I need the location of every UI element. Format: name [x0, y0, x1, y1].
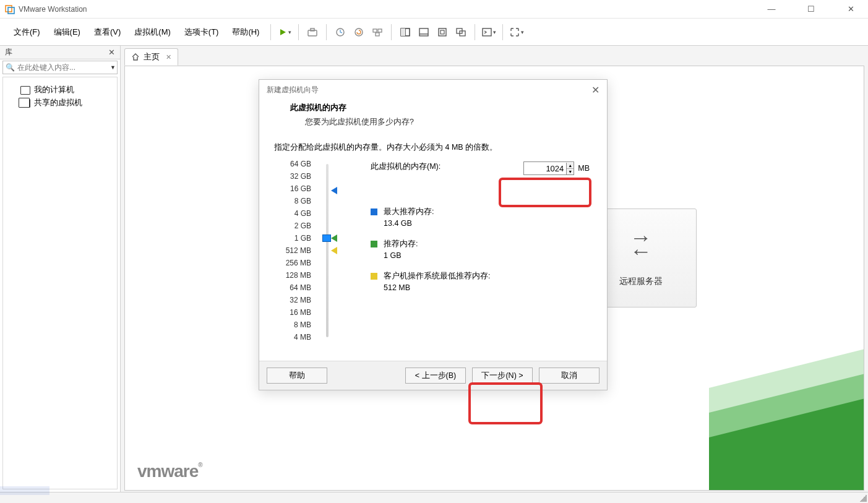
vmware-wordmark: vmware® [137, 462, 202, 481]
separator [270, 24, 271, 40]
toolbar-sidebyside-icon[interactable] [397, 24, 414, 41]
status-bar [0, 492, 868, 503]
dropdown-icon[interactable]: ▼ [110, 64, 116, 71]
library-panel: 库 ✕ 🔍 ▼ 我的计算机 共享的虚拟机 [0, 46, 121, 492]
menu-tabs[interactable]: 选项卡(T) [178, 24, 225, 40]
toolbar-stretch-icon[interactable]: ▾ [508, 24, 525, 41]
legend-min-label: 客户机操作系统最低推荐内存: [384, 271, 490, 282]
dropdown-icon: ▾ [521, 29, 524, 35]
toolbar-snap-take-icon[interactable] [332, 24, 349, 41]
tab-home[interactable]: 主页 ✕ [124, 48, 178, 66]
svg-rect-8 [376, 33, 379, 36]
artifact [0, 486, 49, 495]
memory-unit: MB [578, 164, 590, 173]
svg-rect-0 [6, 6, 12, 12]
toolbar-unity-icon[interactable] [452, 24, 470, 41]
tab-label: 主页 [144, 51, 160, 62]
dropdown-icon: ▾ [493, 29, 496, 35]
menu-view[interactable]: 查看(V) [88, 24, 127, 40]
toolbar-fullscreen-icon[interactable] [434, 24, 451, 41]
separator [391, 24, 392, 40]
dialog-header-sub: 您要为此虚拟机使用多少内存? [290, 117, 592, 127]
vmware-logo-icon [5, 4, 15, 14]
separator [298, 24, 299, 40]
separator [475, 24, 475, 40]
dialog-title: 新建虚拟机向导 [267, 85, 319, 95]
svg-rect-14 [439, 28, 446, 36]
spinner-up-icon[interactable]: ▲ [567, 163, 574, 169]
library-item-mycomputer[interactable]: 我的计算机 [3, 84, 117, 97]
next-button[interactable]: 下一步(N) > [472, 368, 533, 384]
memory-input[interactable] [524, 164, 566, 173]
menu-edit[interactable]: 编辑(E) [48, 24, 87, 40]
connect-arrows-icon: →← [630, 229, 652, 264]
memory-legend: 最大推荐内存: 13.4 GB 推荐内存: 1 GB [371, 207, 592, 292]
title-bar: VMware Workstation — ☐ ✕ [0, 0, 868, 19]
minimize-button[interactable]: — [759, 4, 784, 14]
max-memory-marker-icon [331, 187, 337, 194]
recommended-memory-marker-icon [331, 234, 337, 242]
library-close-icon[interactable]: ✕ [108, 48, 115, 57]
tab-close-icon[interactable]: ✕ [166, 53, 171, 61]
cancel-button[interactable]: 取消 [539, 368, 599, 384]
toolbar-single-icon[interactable] [415, 24, 432, 41]
dialog-instruction: 指定分配给此虚拟机的内存量。内存大小必须为 4 MB 的倍数。 [274, 142, 592, 153]
menu-help[interactable]: 帮助(H) [226, 24, 265, 40]
legend-square-icon [371, 241, 377, 247]
maximize-button[interactable]: ☐ [799, 4, 823, 14]
window-title: VMware Workstation [19, 5, 87, 14]
svg-rect-12 [419, 28, 428, 36]
resize-grip-icon[interactable] [859, 494, 867, 502]
separator [326, 24, 327, 40]
search-input[interactable] [17, 63, 110, 72]
svg-rect-11 [401, 28, 405, 36]
memory-slider-track[interactable] [326, 164, 329, 337]
library-item-label: 共享的虚拟机 [34, 98, 82, 108]
memory-markers [331, 164, 341, 337]
svg-rect-3 [311, 28, 314, 31]
dialog-header-main: 此虚拟机的内存 [290, 102, 592, 113]
tab-strip: 主页 ✕ [121, 46, 868, 66]
memory-slider-handle[interactable] [322, 234, 331, 242]
spinner-down-icon[interactable]: ▼ [567, 169, 574, 174]
menu-vm[interactable]: 虚拟机(M) [128, 24, 177, 40]
library-tree: 我的计算机 共享的虚拟机 [2, 77, 118, 489]
min-memory-marker-icon [331, 247, 337, 254]
help-button[interactable]: 帮助 [267, 368, 327, 384]
legend-min-value: 512 MB [384, 283, 490, 292]
menu-file[interactable]: 文件(F) [7, 24, 46, 40]
svg-rect-15 [440, 30, 444, 34]
dialog-header: 此虚拟机的内存 您要为此虚拟机使用多少内存? [259, 100, 607, 136]
dropdown-icon: ▾ [288, 29, 291, 35]
toolbar-console-icon[interactable]: ▾ [480, 24, 497, 41]
legend-square-icon [371, 209, 377, 215]
home-icon [131, 53, 140, 61]
legend-rec-value: 1 GB [384, 251, 418, 260]
new-vm-wizard-dialog: 新建虚拟机向导 ✕ 此虚拟机的内存 您要为此虚拟机使用多少内存? 指定分配给此虚… [259, 79, 608, 390]
close-button[interactable]: ✕ [838, 4, 863, 14]
menu-bar: 文件(F) 编辑(E) 查看(V) 虚拟机(M) 选项卡(T) 帮助(H) ▾ … [0, 19, 868, 46]
library-item-label: 我的计算机 [34, 85, 74, 95]
toolbar-snap-manage-icon[interactable] [369, 24, 386, 41]
separator [502, 24, 503, 40]
library-search[interactable]: 🔍 ▼ [2, 61, 118, 74]
toolbar-snap-revert-icon[interactable] [350, 24, 367, 41]
library-item-shared[interactable]: 共享的虚拟机 [3, 97, 117, 110]
dialog-body: 指定分配给此虚拟机的内存量。内存大小必须为 4 MB 的倍数。 64 GB 32… [259, 136, 607, 361]
toolbar-snapshot-icon[interactable] [304, 24, 321, 41]
memory-spinner[interactable]: ▲ ▼ [523, 161, 574, 175]
svg-point-5 [355, 28, 363, 36]
card-label: 远程服务器 [619, 276, 663, 287]
svg-rect-7 [378, 29, 382, 32]
computer-icon [20, 86, 30, 95]
dialog-close-icon[interactable]: ✕ [591, 84, 599, 96]
library-header: 库 ✕ [0, 46, 120, 59]
back-button[interactable]: < 上一步(B) [405, 368, 466, 384]
legend-max-label: 最大推荐内存: [384, 207, 434, 217]
svg-rect-1 [8, 7, 14, 14]
svg-rect-6 [373, 29, 377, 32]
legend-rec-label: 推荐内存: [384, 239, 418, 249]
power-on-button[interactable]: ▾ [276, 24, 293, 41]
shared-vms-icon [20, 99, 30, 108]
legend-square-icon [371, 273, 377, 280]
